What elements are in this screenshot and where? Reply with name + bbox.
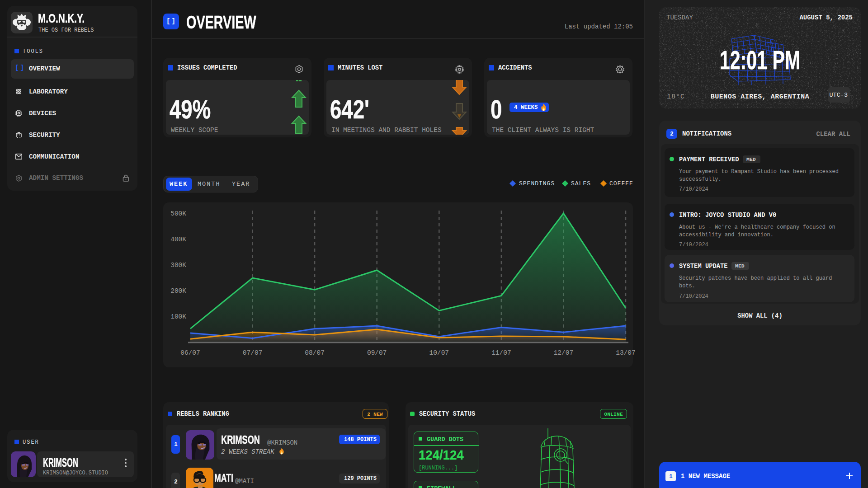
- svg-text:500K: 500K: [170, 210, 186, 217]
- svg-text:09/07: 09/07: [367, 349, 387, 357]
- svg-text:13/07: 13/07: [616, 349, 636, 357]
- svg-text:12/07: 12/07: [554, 349, 574, 357]
- svg-text:100K: 100K: [170, 313, 186, 320]
- svg-text:06/07: 06/07: [180, 349, 200, 357]
- svg-text:10/07: 10/07: [429, 349, 449, 357]
- svg-text:200K: 200K: [170, 287, 186, 295]
- svg-text:400K: 400K: [170, 236, 186, 243]
- svg-text:07/07: 07/07: [243, 349, 263, 357]
- svg-text:300K: 300K: [170, 262, 186, 269]
- svg-text:08/07: 08/07: [305, 349, 325, 357]
- svg-text:11/07: 11/07: [491, 349, 511, 357]
